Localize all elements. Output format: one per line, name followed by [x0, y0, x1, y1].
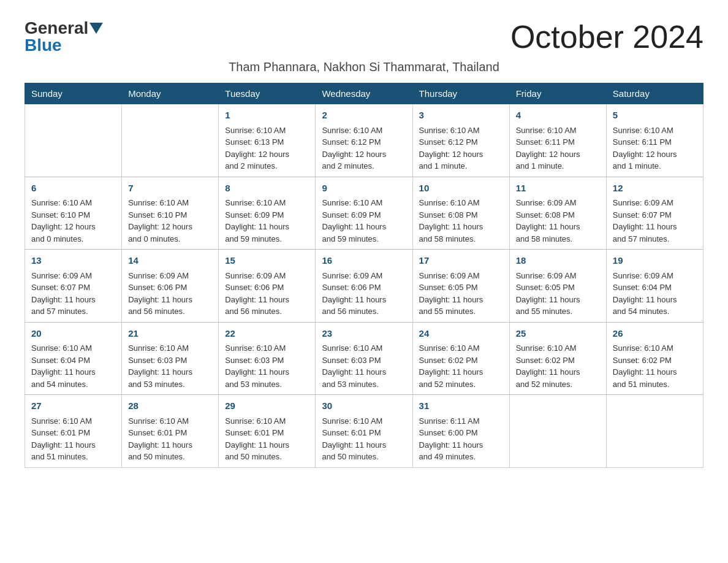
day-number: 30	[322, 399, 406, 413]
day-info: Sunrise: 6:10 AMSunset: 6:12 PMDaylight:…	[322, 124, 406, 172]
day-info: Sunrise: 6:10 AMSunset: 6:02 PMDaylight:…	[516, 342, 600, 390]
day-info: Sunrise: 6:09 AMSunset: 6:07 PMDaylight:…	[31, 270, 115, 318]
logo: General Blue	[25, 18, 103, 55]
calendar-week-row: 20Sunrise: 6:10 AMSunset: 6:04 PMDayligh…	[25, 322, 703, 395]
day-number: 6	[31, 182, 115, 196]
calendar-day-cell: 26Sunrise: 6:10 AMSunset: 6:02 PMDayligh…	[606, 322, 703, 395]
day-number: 20	[31, 327, 115, 341]
calendar-day-header: Saturday	[606, 83, 703, 104]
day-info: Sunrise: 6:10 AMSunset: 6:03 PMDaylight:…	[225, 342, 309, 390]
calendar-header-row: SundayMondayTuesdayWednesdayThursdayFrid…	[25, 83, 703, 104]
day-info: Sunrise: 6:09 AMSunset: 6:05 PMDaylight:…	[419, 270, 503, 318]
calendar-day-cell: 6Sunrise: 6:10 AMSunset: 6:10 PMDaylight…	[25, 177, 122, 250]
day-number: 11	[516, 182, 600, 196]
day-number: 18	[516, 254, 600, 268]
day-info: Sunrise: 6:10 AMSunset: 6:13 PMDaylight:…	[225, 124, 309, 172]
calendar-day-cell: 19Sunrise: 6:09 AMSunset: 6:04 PMDayligh…	[606, 250, 703, 323]
day-info: Sunrise: 6:09 AMSunset: 6:04 PMDaylight:…	[613, 270, 697, 318]
logo-blue-text: Blue	[25, 36, 62, 55]
day-info: Sunrise: 6:10 AMSunset: 6:01 PMDaylight:…	[128, 415, 212, 463]
day-number: 7	[128, 182, 212, 196]
calendar-day-cell: 10Sunrise: 6:10 AMSunset: 6:08 PMDayligh…	[412, 177, 509, 250]
calendar-day-cell: 5Sunrise: 6:10 AMSunset: 6:11 PMDaylight…	[606, 104, 703, 177]
page-header: General Blue October 2024	[25, 18, 703, 55]
calendar-day-cell: 30Sunrise: 6:10 AMSunset: 6:01 PMDayligh…	[316, 395, 412, 468]
day-info: Sunrise: 6:10 AMSunset: 6:03 PMDaylight:…	[322, 342, 406, 390]
calendar-day-cell: 13Sunrise: 6:09 AMSunset: 6:07 PMDayligh…	[25, 250, 122, 323]
calendar-day-header: Tuesday	[219, 83, 316, 104]
day-info: Sunrise: 6:09 AMSunset: 6:06 PMDaylight:…	[225, 270, 309, 318]
day-number: 22	[225, 327, 309, 341]
day-info: Sunrise: 6:10 AMSunset: 6:02 PMDaylight:…	[419, 342, 503, 390]
day-info: Sunrise: 6:10 AMSunset: 6:11 PMDaylight:…	[613, 124, 697, 172]
day-number: 31	[419, 399, 503, 413]
day-info: Sunrise: 6:09 AMSunset: 6:06 PMDaylight:…	[128, 270, 212, 318]
calendar-day-cell: 12Sunrise: 6:09 AMSunset: 6:07 PMDayligh…	[606, 177, 703, 250]
calendar-day-cell: 28Sunrise: 6:10 AMSunset: 6:01 PMDayligh…	[122, 395, 219, 468]
day-info: Sunrise: 6:10 AMSunset: 6:12 PMDaylight:…	[419, 124, 503, 172]
day-info: Sunrise: 6:10 AMSunset: 6:02 PMDaylight:…	[613, 342, 697, 390]
day-number: 9	[322, 182, 406, 196]
location-subtitle: Tham Phannara, Nakhon Si Thammarat, Thai…	[25, 60, 703, 74]
calendar-day-cell: 25Sunrise: 6:10 AMSunset: 6:02 PMDayligh…	[509, 322, 606, 395]
day-info: Sunrise: 6:10 AMSunset: 6:10 PMDaylight:…	[128, 197, 212, 245]
calendar-day-header: Sunday	[25, 83, 122, 104]
calendar-day-cell: 9Sunrise: 6:10 AMSunset: 6:09 PMDaylight…	[316, 177, 412, 250]
calendar-day-cell	[122, 104, 219, 177]
day-number: 10	[419, 182, 503, 196]
calendar-day-cell: 27Sunrise: 6:10 AMSunset: 6:01 PMDayligh…	[25, 395, 122, 468]
calendar-day-cell: 21Sunrise: 6:10 AMSunset: 6:03 PMDayligh…	[122, 322, 219, 395]
calendar-week-row: 27Sunrise: 6:10 AMSunset: 6:01 PMDayligh…	[25, 395, 703, 468]
calendar-day-cell: 23Sunrise: 6:10 AMSunset: 6:03 PMDayligh…	[316, 322, 412, 395]
calendar-day-header: Thursday	[412, 83, 509, 104]
calendar-day-header: Friday	[509, 83, 606, 104]
day-number: 14	[128, 254, 212, 268]
day-number: 26	[613, 327, 697, 341]
calendar-day-cell: 14Sunrise: 6:09 AMSunset: 6:06 PMDayligh…	[122, 250, 219, 323]
calendar-day-cell: 22Sunrise: 6:10 AMSunset: 6:03 PMDayligh…	[219, 322, 316, 395]
day-number: 12	[613, 182, 697, 196]
calendar-day-cell: 31Sunrise: 6:11 AMSunset: 6:00 PMDayligh…	[412, 395, 509, 468]
calendar-day-cell: 15Sunrise: 6:09 AMSunset: 6:06 PMDayligh…	[219, 250, 316, 323]
day-info: Sunrise: 6:10 AMSunset: 6:01 PMDaylight:…	[31, 415, 115, 463]
day-number: 17	[419, 254, 503, 268]
day-info: Sunrise: 6:10 AMSunset: 6:09 PMDaylight:…	[225, 197, 309, 245]
day-number: 28	[128, 399, 212, 413]
day-number: 8	[225, 182, 309, 196]
day-info: Sunrise: 6:09 AMSunset: 6:08 PMDaylight:…	[516, 197, 600, 245]
calendar-day-cell: 16Sunrise: 6:09 AMSunset: 6:06 PMDayligh…	[316, 250, 412, 323]
svg-marker-0	[89, 23, 103, 34]
calendar-day-cell: 18Sunrise: 6:09 AMSunset: 6:05 PMDayligh…	[509, 250, 606, 323]
day-number: 13	[31, 254, 115, 268]
day-number: 3	[419, 109, 503, 123]
calendar-table: SundayMondayTuesdayWednesdayThursdayFrid…	[25, 83, 703, 468]
day-info: Sunrise: 6:10 AMSunset: 6:03 PMDaylight:…	[128, 342, 212, 390]
day-number: 23	[322, 327, 406, 341]
day-info: Sunrise: 6:10 AMSunset: 6:01 PMDaylight:…	[322, 415, 406, 463]
day-info: Sunrise: 6:09 AMSunset: 6:06 PMDaylight:…	[322, 270, 406, 318]
calendar-day-cell: 4Sunrise: 6:10 AMSunset: 6:11 PMDaylight…	[509, 104, 606, 177]
day-number: 5	[613, 109, 697, 123]
day-number: 21	[128, 327, 212, 341]
day-number: 25	[516, 327, 600, 341]
calendar-day-header: Wednesday	[316, 83, 412, 104]
day-info: Sunrise: 6:10 AMSunset: 6:10 PMDaylight:…	[31, 197, 115, 245]
logo-arrow-icon	[89, 23, 103, 34]
calendar-week-row: 6Sunrise: 6:10 AMSunset: 6:10 PMDaylight…	[25, 177, 703, 250]
month-title: October 2024	[510, 18, 703, 55]
calendar-day-header: Monday	[122, 83, 219, 104]
day-number: 19	[613, 254, 697, 268]
calendar-week-row: 1Sunrise: 6:10 AMSunset: 6:13 PMDaylight…	[25, 104, 703, 177]
day-info: Sunrise: 6:10 AMSunset: 6:08 PMDaylight:…	[419, 197, 503, 245]
calendar-day-cell: 29Sunrise: 6:10 AMSunset: 6:01 PMDayligh…	[219, 395, 316, 468]
day-number: 29	[225, 399, 309, 413]
calendar-day-cell: 11Sunrise: 6:09 AMSunset: 6:08 PMDayligh…	[509, 177, 606, 250]
calendar-day-cell: 7Sunrise: 6:10 AMSunset: 6:10 PMDaylight…	[122, 177, 219, 250]
day-info: Sunrise: 6:10 AMSunset: 6:01 PMDaylight:…	[225, 415, 309, 463]
calendar-day-cell: 17Sunrise: 6:09 AMSunset: 6:05 PMDayligh…	[412, 250, 509, 323]
day-number: 1	[225, 109, 309, 123]
calendar-day-cell	[25, 104, 122, 177]
day-number: 2	[322, 109, 406, 123]
day-number: 15	[225, 254, 309, 268]
calendar-day-cell: 3Sunrise: 6:10 AMSunset: 6:12 PMDaylight…	[412, 104, 509, 177]
